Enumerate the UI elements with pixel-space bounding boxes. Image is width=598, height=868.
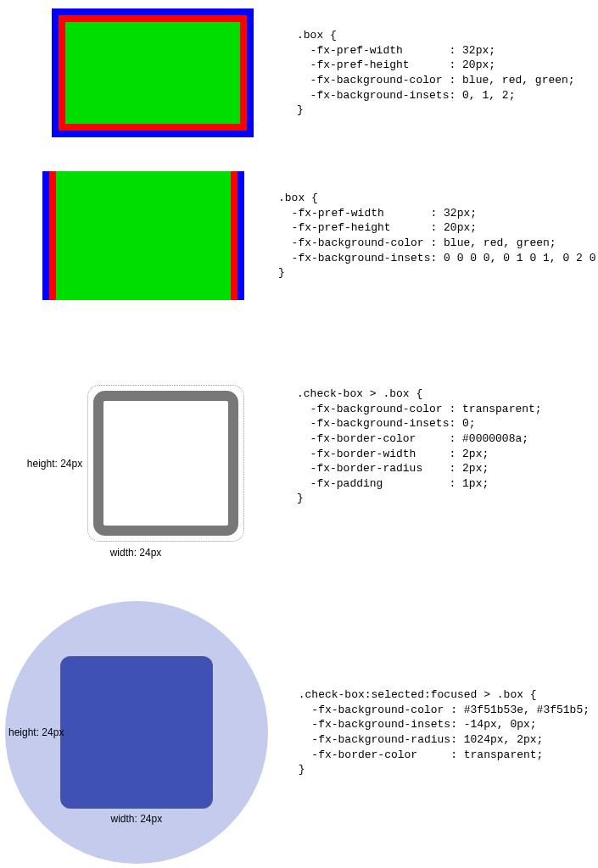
box-layered xyxy=(42,171,244,300)
example-4-visual: height: 24px width: 24px xyxy=(8,593,265,868)
checkbox-box-wrap: height: 24px xyxy=(27,385,244,542)
checkbox-box xyxy=(93,391,238,536)
box-red-layer xyxy=(59,15,247,131)
box-green-layer xyxy=(65,22,240,124)
box-green-layer xyxy=(56,171,231,300)
example-3-code: .check-box > .box { -fx-background-color… xyxy=(297,387,590,505)
example-1-visual xyxy=(8,8,263,137)
width-label: width: 24px xyxy=(110,547,162,559)
example-3-visual: height: 24px width: 24px xyxy=(8,385,263,559)
checkbox-box-selected xyxy=(60,656,213,809)
example-2-code: .box { -fx-pref-width : 32px; -fx-pref-h… xyxy=(278,191,598,280)
example-2-visual xyxy=(8,171,244,300)
height-label: height: 24px xyxy=(8,726,64,738)
example-3-row: height: 24px width: 24px .check-box > .b… xyxy=(8,334,590,559)
example-1-code: .box { -fx-pref-width : 32px; -fx-pref-h… xyxy=(297,28,590,117)
example-2-row: .box { -fx-pref-width : 32px; -fx-pref-h… xyxy=(8,171,590,300)
height-label: height: 24px xyxy=(27,458,82,470)
box-blue-layer xyxy=(52,8,254,137)
example-1-row: .box { -fx-pref-width : 32px; -fx-pref-h… xyxy=(8,8,590,137)
example-4-row: height: 24px width: 24px .check-box:sele… xyxy=(8,593,590,868)
example-4-code: .check-box:selected:focused > .box { -fx… xyxy=(299,687,590,776)
checkbox-outline xyxy=(87,385,244,542)
width-label: width: 24px xyxy=(111,813,163,825)
